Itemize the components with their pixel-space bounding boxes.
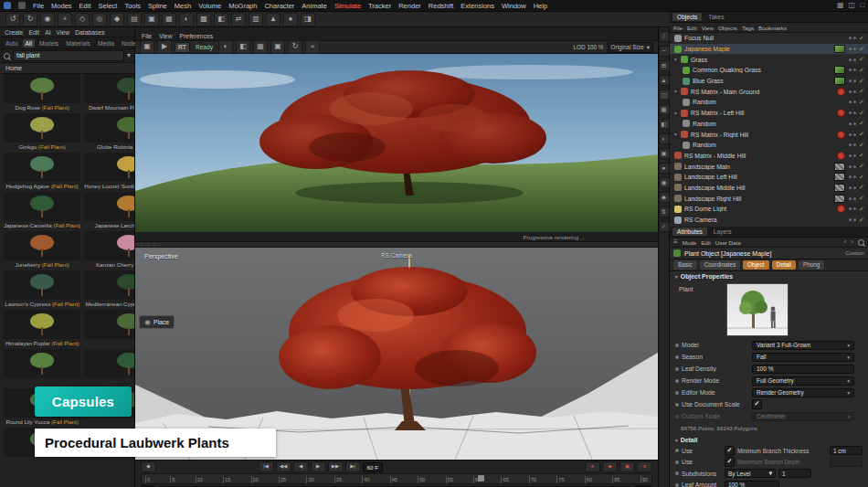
filter-icon[interactable]: ▾ xyxy=(127,52,131,59)
object-name[interactable]: RS Matrix - Left Hill xyxy=(690,110,835,116)
objects-menu-item[interactable]: Edit xyxy=(687,25,697,31)
pen-icon[interactable]: / xyxy=(659,31,670,42)
enable-check-icon[interactable]: ✓ xyxy=(858,110,865,117)
pencil-icon[interactable]: ✓ xyxy=(659,221,670,232)
timeline-tick[interactable]: 20 xyxy=(251,476,259,483)
plant-asset[interactable]: Ginkgo (Fall Plant) xyxy=(3,112,81,152)
goto-end-icon[interactable]: ▶| xyxy=(345,461,361,472)
menubar-item[interactable]: MoGraph xyxy=(228,2,257,10)
asset-browser-tab[interactable]: Auto xyxy=(3,39,21,48)
visibility-dots[interactable] xyxy=(849,143,856,146)
attribute-dropdown[interactable]: Variant 3 Full-Grown▾ xyxy=(752,341,854,350)
visibility-dots[interactable] xyxy=(849,58,856,61)
camera-lock-icon[interactable]: ▣ xyxy=(270,40,285,54)
objects-menu-item[interactable]: Tags xyxy=(742,25,754,31)
attributes-menu-item[interactable]: Edit xyxy=(701,239,711,246)
place-tool-chip[interactable]: ◉ Place xyxy=(139,315,175,329)
texture-tag-icon[interactable] xyxy=(834,195,845,203)
camera-icon[interactable]: ▣ xyxy=(659,148,670,159)
simulate-icon[interactable]: ◐ xyxy=(179,13,194,26)
timeline-ruler[interactable]: 051015202530354045505560657075808590 xyxy=(141,473,652,484)
new-window-icon[interactable]: □ xyxy=(860,2,864,9)
visibility-dots[interactable] xyxy=(849,48,856,50)
light-icon[interactable]: ● xyxy=(659,163,670,174)
object-type-icon[interactable] xyxy=(674,206,682,213)
visibility-dots[interactable] xyxy=(849,37,856,39)
redshift-tag-icon[interactable] xyxy=(837,205,845,213)
object-name[interactable]: Focus Null xyxy=(683,35,845,41)
animation-dot-icon[interactable] xyxy=(675,379,679,383)
use-checkbox[interactable]: ✓ xyxy=(725,446,735,456)
visibility-dots[interactable] xyxy=(849,79,856,82)
section-header[interactable]: ▾Detail xyxy=(670,435,868,445)
attribute-dropdown[interactable]: Fall▾ xyxy=(752,353,854,362)
attribute-dropdown[interactable]: Centimeter▾ xyxy=(752,412,854,421)
menubar-item[interactable]: Render xyxy=(398,2,421,10)
timeline-tick[interactable]: 45 xyxy=(390,476,397,483)
camera-name-label[interactable]: RS Camera xyxy=(135,252,658,259)
menubar-item[interactable]: Character xyxy=(264,2,294,10)
object-name[interactable]: Blue Grass xyxy=(692,78,832,84)
object-name[interactable]: Japanese Maple xyxy=(683,46,832,52)
symmetry-icon[interactable]: ◧ xyxy=(659,119,670,130)
menubar-item[interactable]: Help xyxy=(534,2,547,10)
animation-dot-icon[interactable] xyxy=(675,471,679,475)
animation-dot-icon[interactable] xyxy=(675,391,679,395)
detail-dropdown[interactable]: By Level▾ xyxy=(725,469,776,478)
attribute-tab[interactable]: Coordinates xyxy=(700,260,740,270)
animation-dot-icon[interactable] xyxy=(675,403,679,407)
object-name[interactable]: RS Matrix - Main Ground xyxy=(690,89,835,95)
object-row[interactable]: Random ✓ xyxy=(670,119,868,130)
menubar-item[interactable]: Modes xyxy=(51,2,72,10)
deformers-icon[interactable]: ● xyxy=(283,13,298,26)
object-row[interactable]: Japanese Maple ✓ xyxy=(670,44,868,55)
plant-asset[interactable]: Japanese Camellia (Fall Plant) xyxy=(3,191,81,230)
snapping-icon[interactable]: ◨ xyxy=(301,13,315,26)
move-icon[interactable]: + xyxy=(58,13,72,26)
redshift-tag-icon[interactable] xyxy=(837,131,845,139)
visibility-dots[interactable] xyxy=(849,111,856,114)
cube-icon[interactable]: ⊞ xyxy=(659,60,670,71)
prev-key-icon[interactable]: ◀◀ xyxy=(276,461,291,472)
object-row[interactable]: Random ✓ xyxy=(670,140,868,151)
object-type-icon[interactable] xyxy=(674,174,682,181)
object-row[interactable]: Landscape Left Hill ✓ xyxy=(670,172,868,183)
prev-frame-icon[interactable]: ◀ xyxy=(293,461,309,472)
volume-icon[interactable]: ▥ xyxy=(249,13,263,26)
visibility-dots[interactable] xyxy=(849,186,856,189)
menubar-item[interactable]: Redshift xyxy=(429,2,454,10)
timeline-tick[interactable]: 30 xyxy=(306,476,313,483)
plant-asset[interactable]: Globe Robinia (Fall Plant) xyxy=(83,112,134,152)
fields-icon[interactable]: ◧ xyxy=(214,13,228,26)
enable-check-icon[interactable]: ✓ xyxy=(858,46,865,53)
visibility-dots[interactable] xyxy=(849,122,856,125)
timeline-tick[interactable]: 90 xyxy=(640,476,648,483)
custom-label[interactable]: Custom xyxy=(845,250,864,256)
enable-check-icon[interactable]: ✓ xyxy=(858,174,865,181)
object-row[interactable]: Landscape Right Hill ✓ xyxy=(670,193,868,204)
enable-check-icon[interactable]: ✓ xyxy=(858,120,865,127)
plant-asset[interactable] xyxy=(83,309,134,348)
menubar-item[interactable]: Tools xyxy=(124,2,141,10)
object-name[interactable]: RS Camera xyxy=(683,217,845,223)
coordinate-icon[interactable]: ▤ xyxy=(127,13,142,26)
timeline-tick[interactable]: 5 xyxy=(170,476,175,483)
timeline-tick[interactable]: 10 xyxy=(196,476,203,483)
timeline-tick[interactable]: 50 xyxy=(418,476,425,483)
object-type-icon[interactable] xyxy=(681,88,688,95)
asset-menu-item[interactable]: Edit xyxy=(28,29,39,36)
enable-check-icon[interactable]: ✓ xyxy=(858,99,865,106)
material-icon[interactable]: ◉ xyxy=(659,177,670,188)
window-tab[interactable]: Objects xyxy=(672,13,702,21)
back-arrow-icon[interactable]: ‹ xyxy=(844,238,847,246)
detail-number-field[interactable]: 1 xyxy=(778,469,811,478)
menubar-item[interactable]: Tracker xyxy=(368,2,391,10)
material-tag-icon[interactable] xyxy=(834,45,845,53)
menubar-item[interactable]: Extensions xyxy=(460,2,494,10)
plant-asset[interactable] xyxy=(3,348,81,387)
forward-arrow-icon[interactable]: › xyxy=(851,238,853,246)
animation-dot-icon[interactable] xyxy=(675,355,679,359)
bend-icon[interactable]: ◐ xyxy=(659,133,670,144)
render-view-icon[interactable]: ▣ xyxy=(144,13,159,26)
enable-check-icon[interactable]: ✓ xyxy=(858,163,865,170)
